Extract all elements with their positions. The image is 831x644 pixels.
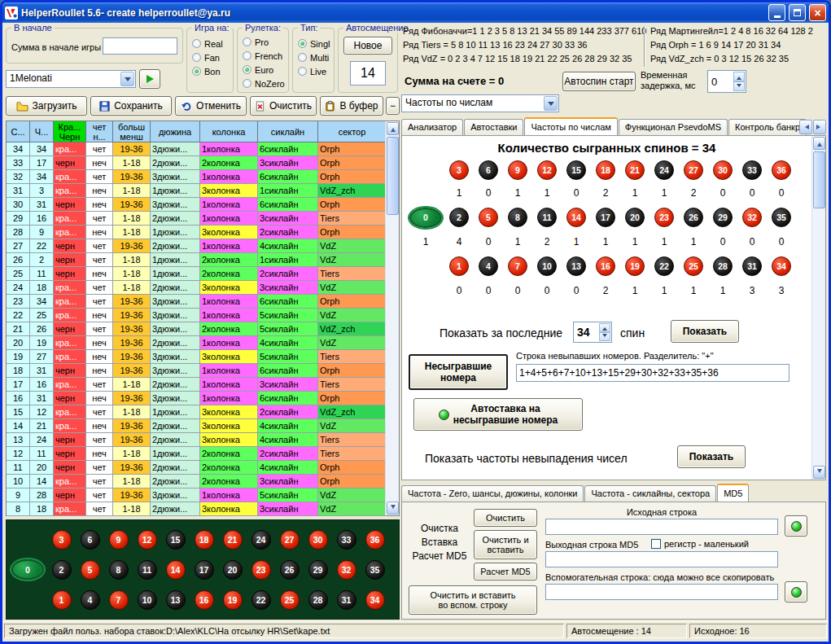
tab-3[interactable]: Функционал PsevdoMS <box>619 119 728 135</box>
number-chip-28[interactable]: 28 <box>713 256 733 276</box>
maximize-button[interactable] <box>789 4 806 21</box>
number-chip-26[interactable]: 26 <box>684 208 703 227</box>
scroll-thumb[interactable] <box>387 137 399 215</box>
undo-button[interactable]: Отменить <box>175 96 247 116</box>
number-chip-34[interactable]: 34 <box>365 590 385 610</box>
number-chip-30[interactable]: 30 <box>308 530 328 550</box>
tab-1[interactable]: Частота - сиклайны, сектора <box>584 485 716 502</box>
number-chip-32[interactable]: 32 <box>337 560 356 580</box>
number-chip-22[interactable]: 22 <box>654 256 674 276</box>
table-row[interactable]: 3317черннеч1-182дюжи...2колонка3сиклайнO… <box>7 156 399 170</box>
number-chip-7[interactable]: 7 <box>508 256 527 276</box>
titlebar[interactable]: HelperRoullet 5.6- create helperroullet@… <box>2 2 829 23</box>
number-chip-5[interactable]: 5 <box>81 560 100 580</box>
number-chip-17[interactable]: 17 <box>596 208 615 227</box>
number-chip-13[interactable]: 13 <box>166 590 186 610</box>
table-row[interactable]: 818кра...чет1-182дюжи...3колонка3сиклайн… <box>7 502 399 516</box>
freq-scroll-thumb[interactable] <box>813 151 825 208</box>
table-row[interactable]: 1120чернчет19-362дюжи...2колонка4сиклайн… <box>7 461 399 475</box>
number-chip-33[interactable]: 33 <box>337 530 356 550</box>
number-chip-33[interactable]: 33 <box>742 160 762 180</box>
table-row[interactable]: 1211черннеч1-181дюжи...2колонка2сиклайнT… <box>7 447 399 461</box>
load-button[interactable]: Загрузить <box>6 96 87 116</box>
number-chip-36[interactable]: 36 <box>772 160 791 180</box>
checkbox-icon[interactable] <box>651 539 661 549</box>
table-row[interactable]: 1324чернчет19-362дюжи...3колонка4сиклайн… <box>7 433 399 447</box>
number-chip-35[interactable]: 35 <box>365 560 385 580</box>
table-row[interactable]: 1014кра...чет1-182дюжи...2колонка3сиклай… <box>7 475 399 488</box>
number-chip-28[interactable]: 28 <box>308 590 328 610</box>
table-row[interactable]: 2511черннеч1-181дюжи...2колонка2сиклайнT… <box>7 267 399 281</box>
number-chip-31[interactable]: 31 <box>337 590 356 610</box>
table-row[interactable]: 3031черннеч19-363дюжи...1колонка6сиклайн… <box>7 198 399 212</box>
number-chip-10[interactable]: 10 <box>138 590 157 610</box>
number-chip-0[interactable]: 0 <box>409 208 442 228</box>
number-chip-24[interactable]: 24 <box>251 530 271 550</box>
show-last-up-button[interactable] <box>599 323 610 332</box>
table-row[interactable]: 2722чернчет19-362дюжи...1колонка4сиклайн… <box>7 239 399 253</box>
number-chip-2[interactable]: 2 <box>52 560 72 580</box>
radio-french[interactable]: French <box>243 49 285 63</box>
autospin-start-button[interactable]: Автоспин старт <box>562 72 636 91</box>
table-row[interactable]: 262чернчет1-181дюжи...2колонка1сиклайнVd… <box>7 253 399 267</box>
number-chip-24[interactable]: 24 <box>654 160 674 180</box>
number-chip-25[interactable]: 25 <box>684 256 703 276</box>
table-row[interactable]: 3234кра...чет19-363дюжи...1колонка6сикла… <box>7 170 399 184</box>
column-header[interactable]: дюжина <box>151 121 200 142</box>
number-chip-26[interactable]: 26 <box>280 560 300 580</box>
number-chip-10[interactable]: 10 <box>537 256 557 276</box>
table-row[interactable]: 3434кра...чет19-363дюжи...1колонка6сикла… <box>7 142 399 156</box>
scroll-down-button[interactable] <box>387 502 399 515</box>
number-chip-23[interactable]: 23 <box>251 560 271 580</box>
table-row[interactable]: 2225кра...неч19-363дюжи...1колонка5сикла… <box>7 309 399 322</box>
number-chip-20[interactable]: 20 <box>625 208 645 227</box>
autobet-unplayed-button[interactable]: Автоставка на несыгравшие номера <box>413 398 583 431</box>
show-button[interactable]: Показать <box>671 320 739 343</box>
number-chip-8[interactable]: 8 <box>508 208 527 227</box>
column-header[interactable]: Кра...Черн <box>54 121 86 142</box>
number-chip-35[interactable]: 35 <box>772 208 791 227</box>
strategy-select[interactable]: 1Melonati <box>6 70 136 88</box>
radio-real[interactable]: Real <box>192 37 223 50</box>
save-button[interactable]: Сохранить <box>90 96 172 116</box>
number-chip-27[interactable]: 27 <box>280 530 300 550</box>
number-chip-36[interactable]: 36 <box>365 530 385 550</box>
number-chip-6[interactable]: 6 <box>479 160 498 180</box>
new-button[interactable]: Новое <box>343 37 392 55</box>
md5-source-led-button[interactable] <box>785 515 807 537</box>
md5-aux-input[interactable] <box>545 584 778 600</box>
md5-source-input[interactable] <box>545 519 778 535</box>
number-chip-31[interactable]: 31 <box>742 256 762 276</box>
number-chip-29[interactable]: 29 <box>713 208 733 227</box>
md5-calc-button[interactable]: Расчет MD5 <box>474 563 537 580</box>
number-chip-3[interactable]: 3 <box>449 160 469 180</box>
minus-button[interactable]: − <box>386 97 400 115</box>
table-row[interactable]: 1716кра...чет1-182дюжи...1колонка3сиклай… <box>7 378 399 392</box>
number-chip-29[interactable]: 29 <box>308 560 328 580</box>
table-row[interactable]: 1631черннеч19-363дюжи...1колонка6сиклайн… <box>7 392 399 405</box>
md5-register-checkbox[interactable]: регистр - маленький <box>651 539 749 549</box>
column-header[interactable]: С... <box>7 121 30 142</box>
tab-scroll-right-button[interactable] <box>813 120 826 134</box>
minimize-button[interactable] <box>768 4 785 21</box>
start-sum-input[interactable] <box>103 37 177 55</box>
frequency-scrollbar[interactable] <box>811 136 825 480</box>
play-button[interactable] <box>139 69 160 89</box>
number-chip-25[interactable]: 25 <box>280 590 300 610</box>
radio-nozero[interactable]: NoZero <box>243 77 285 90</box>
number-chip-4[interactable]: 4 <box>479 256 498 276</box>
show-last-down-button[interactable] <box>599 332 610 341</box>
table-row[interactable]: 2019кра...неч19-362дюжи...1колонка4сикла… <box>7 336 399 350</box>
tab-active-2[interactable]: Частоты по числам <box>524 117 617 135</box>
number-chip-9[interactable]: 9 <box>508 160 527 180</box>
column-header[interactable]: Ч... <box>30 121 54 142</box>
to-buffer-button[interactable]: В буфер <box>320 96 383 116</box>
number-chip-12[interactable]: 12 <box>138 530 157 550</box>
number-chip-5[interactable]: 5 <box>479 208 498 227</box>
radio-live[interactable]: Live <box>298 64 330 78</box>
number-chip-4[interactable]: 4 <box>81 590 100 610</box>
number-chip-0[interactable]: 0 <box>11 559 44 580</box>
radio-bon[interactable]: Bon <box>192 64 223 78</box>
number-chip-27[interactable]: 27 <box>684 160 703 180</box>
scroll-up-button[interactable] <box>387 122 399 135</box>
